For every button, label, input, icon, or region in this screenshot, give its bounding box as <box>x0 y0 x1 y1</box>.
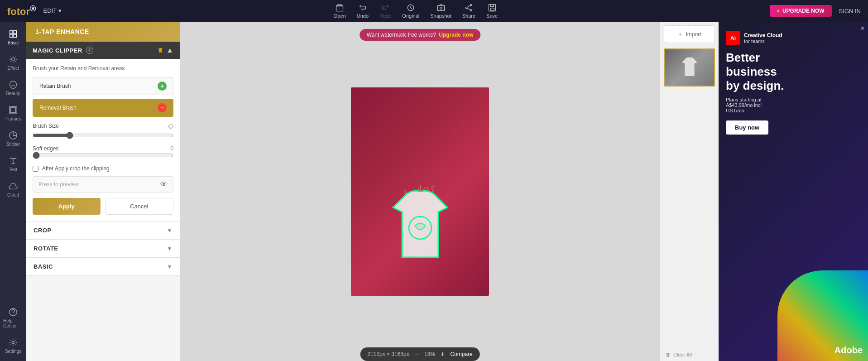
snapshot-tool[interactable]: Snapshot <box>430 3 451 19</box>
ad-title: Better business by design. <box>726 51 861 93</box>
thumbnail-tshirt <box>681 56 699 80</box>
settings-icon <box>8 337 18 347</box>
removal-brush-label: Removal Brush <box>39 105 77 111</box>
sidebar-item-text[interactable]: Text <box>1 152 25 176</box>
thumbnail-item[interactable] <box>664 48 715 87</box>
magic-clipper-header-left: MAGIC CLIPPER ? <box>33 47 93 54</box>
ad-title-line3: by design. <box>726 79 861 93</box>
upgrade-button[interactable]: UPGRADE NOW <box>770 5 832 17</box>
open-tool[interactable]: Open <box>334 3 346 19</box>
sidebar-label-frames: Frames <box>5 116 21 121</box>
sidebar-item-help-center[interactable]: Help Center <box>1 303 25 332</box>
open-label: Open <box>334 13 346 19</box>
watermark-link[interactable]: Upgrade now <box>439 32 473 38</box>
tools-panel: 1-TAP ENHANCE MAGIC CLIPPER ? ♛ ▲ Brush … <box>26 22 180 361</box>
accordion-crop: CROP ▼ <box>26 221 180 240</box>
undo-tool[interactable]: Undo <box>357 3 369 19</box>
magic-clipper-header[interactable]: MAGIC CLIPPER ? ♛ ▲ <box>26 42 180 59</box>
sidebar-item-basic[interactable]: Basic <box>1 25 25 49</box>
sidebar-item-cloud[interactable]: Cloud <box>1 178 25 201</box>
zoom-in-button[interactable]: + <box>441 350 445 358</box>
ad-close-button[interactable]: × <box>861 24 864 32</box>
accordion-crop-header[interactable]: CROP ▼ <box>26 221 180 239</box>
zoom-out-button[interactable]: − <box>415 350 419 358</box>
apply-button[interactable]: Apply <box>33 198 101 215</box>
original-tool[interactable]: Original <box>402 3 419 19</box>
ad-buy-button[interactable]: Buy now <box>726 120 768 135</box>
svg-point-3 <box>440 7 442 9</box>
frames-icon <box>8 105 18 115</box>
eraser-icon[interactable]: ◇ <box>168 121 173 130</box>
sidebar-label-settings: Settings <box>5 349 21 354</box>
import-button[interactable]: ＋ Import <box>664 25 715 43</box>
right-sidebar: ＋ Import 🗑 Clear All <box>660 22 719 361</box>
share-tool[interactable]: Share <box>462 3 475 19</box>
edit-button[interactable]: EDIT ▾ <box>43 7 62 14</box>
svg-point-4 <box>470 5 472 6</box>
signin-button[interactable]: SIGN IN <box>839 8 861 14</box>
clear-all-button[interactable]: 🗑 Clear All <box>660 348 719 361</box>
one-tap-enhance-button[interactable]: 1-TAP ENHANCE <box>26 22 180 42</box>
sidebar-item-frames[interactable]: Frames <box>1 101 25 125</box>
preview-input[interactable]: Press to preview 👁 <box>33 176 173 193</box>
accordion-basic-label: BASIC <box>34 263 53 270</box>
canvas-image: fotor <box>351 87 489 296</box>
checkbox-row: After Apply crop the clipping <box>33 165 173 172</box>
crop-checkbox[interactable] <box>33 166 38 172</box>
preview-placeholder: Press to preview <box>38 181 79 188</box>
chevron-down-icon: ▾ <box>58 7 62 14</box>
soft-edges-label: Soft edges <box>33 145 58 152</box>
accordion-crop-arrow: ▼ <box>167 227 173 234</box>
thumbnail-image <box>665 49 714 86</box>
sidebar-item-sticker[interactable]: Sticker <box>1 127 25 150</box>
sidebar-label-text: Text <box>9 167 17 172</box>
soft-edges-slider[interactable] <box>33 152 173 159</box>
canvas-zoom: 18% <box>424 351 435 357</box>
effect-icon <box>8 54 18 64</box>
sidebar-label-cloud: Cloud <box>7 193 19 197</box>
crop-checkbox-label[interactable]: After Apply crop the clipping <box>42 165 110 172</box>
logo-text: fotor <box>7 6 30 18</box>
snapshot-icon <box>436 3 446 12</box>
collapse-button[interactable]: ▲ <box>166 46 173 54</box>
removal-brush-button[interactable]: Removal Brush − <box>33 99 173 117</box>
fotor-logo: fotor® <box>7 4 36 18</box>
cancel-button[interactable]: Cancel <box>105 198 174 215</box>
tshirt-svg <box>384 185 456 271</box>
svg-point-6 <box>470 10 472 11</box>
accordion-rotate-header[interactable]: ROTATE ▼ <box>26 240 180 257</box>
ad-title-line1: Better <box>726 51 861 65</box>
svg-rect-13 <box>14 34 16 37</box>
svg-rect-10 <box>10 31 13 34</box>
undo-label: Undo <box>357 13 369 19</box>
topbar-right: UPGRADE NOW SIGN IN <box>770 5 861 17</box>
ad-panel: × Ai Creative Cloud for teams Better bus… <box>719 22 868 361</box>
brush-size-slider[interactable] <box>33 132 173 139</box>
sidebar-item-effect[interactable]: Effect <box>1 51 25 74</box>
retain-brush-button[interactable]: Retain Brush + <box>33 77 173 95</box>
svg-rect-11 <box>14 31 16 34</box>
magic-clipper-help-icon[interactable]: ? <box>86 47 93 54</box>
sidebar-item-beauty[interactable]: Beauty <box>1 76 25 100</box>
save-tool[interactable]: Save <box>486 3 498 19</box>
save-icon <box>488 3 497 12</box>
topbar-center: Open Undo Redo Original Snapshot Share S… <box>334 3 498 19</box>
ad-brand-subtitle: for teams <box>744 39 782 44</box>
basic-icon <box>8 29 18 39</box>
accordion-basic-header[interactable]: BASIC ▼ <box>26 258 180 275</box>
plus-icon: ＋ <box>677 30 683 38</box>
redo-tool[interactable]: Redo <box>379 3 391 19</box>
ad-subtitle: Plans starting at A$43.99/mo incl GST/mo <box>726 97 861 113</box>
sidebar-item-settings[interactable]: Settings <box>1 334 25 357</box>
svg-rect-7 <box>489 5 495 11</box>
sidebar-label-basic: Basic <box>8 40 19 45</box>
compare-button[interactable]: Compare <box>450 351 472 357</box>
action-buttons: Apply Cancel <box>33 198 173 215</box>
adobe-logo-icon: Ai <box>726 31 740 45</box>
sidebar-spacer-right <box>660 88 719 348</box>
svg-point-19 <box>12 341 14 344</box>
trash-icon: 🗑 <box>666 352 671 357</box>
sidebar-label-help-center: Help Center <box>3 318 23 328</box>
adobe-bottom-logo: Adobe <box>834 345 863 356</box>
canvas-area: Want watermark-free works? Upgrade now f… <box>180 22 660 361</box>
